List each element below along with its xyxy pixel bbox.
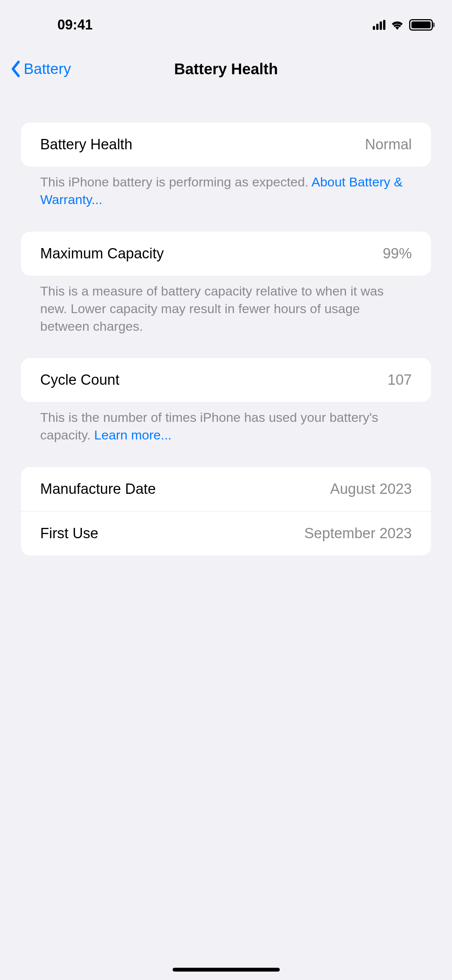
status-indicators (373, 19, 433, 31)
group-cycle-count: Cycle Count 107 This is the number of ti… (21, 358, 431, 444)
nav-header: Battery Battery Health (0, 50, 452, 88)
manufacture-date-value: August 2023 (330, 481, 412, 497)
card-maximum-capacity: Maximum Capacity 99% (21, 232, 431, 276)
card-dates: Manufacture Date August 2023 First Use S… (21, 467, 431, 555)
first-use-value: September 2023 (304, 525, 412, 542)
cycle-count-footer-text: This is the number of times iPhone has u… (40, 410, 378, 442)
back-button[interactable]: Battery (11, 60, 71, 77)
chevron-left-icon (11, 60, 21, 77)
battery-health-footer-text: This iPhone battery is performing as exp… (40, 175, 312, 189)
battery-icon (409, 19, 433, 31)
footer-cycle-count: This is the number of times iPhone has u… (21, 402, 431, 444)
maximum-capacity-value: 99% (383, 245, 412, 262)
content: Battery Health Normal This iPhone batter… (0, 88, 452, 555)
manufacture-date-label: Manufacture Date (40, 481, 156, 497)
wifi-icon (391, 20, 404, 30)
row-battery-health[interactable]: Battery Health Normal (21, 122, 431, 167)
row-cycle-count[interactable]: Cycle Count 107 (21, 358, 431, 402)
group-maximum-capacity: Maximum Capacity 99% This is a measure o… (21, 232, 431, 335)
row-manufacture-date[interactable]: Manufacture Date August 2023 (21, 467, 431, 511)
status-time: 09:41 (57, 17, 93, 33)
footer-maximum-capacity: This is a measure of battery capacity re… (21, 276, 431, 335)
group-dates: Manufacture Date August 2023 First Use S… (21, 467, 431, 555)
maximum-capacity-footer-text: This is a measure of battery capacity re… (40, 284, 384, 333)
page-title: Battery Health (174, 60, 278, 78)
row-first-use[interactable]: First Use September 2023 (21, 511, 431, 555)
status-bar: 09:41 (0, 0, 452, 50)
maximum-capacity-label: Maximum Capacity (40, 245, 164, 262)
first-use-label: First Use (40, 525, 98, 542)
cycle-count-value: 107 (388, 372, 412, 388)
row-maximum-capacity[interactable]: Maximum Capacity 99% (21, 232, 431, 276)
cycle-count-label: Cycle Count (40, 372, 119, 388)
card-battery-health: Battery Health Normal (21, 122, 431, 167)
group-battery-health: Battery Health Normal This iPhone batter… (21, 122, 431, 209)
battery-health-value: Normal (365, 136, 412, 153)
card-cycle-count: Cycle Count 107 (21, 358, 431, 402)
home-indicator (173, 968, 280, 972)
learn-more-link[interactable]: Learn more... (94, 428, 171, 442)
back-label: Battery (24, 60, 71, 77)
cellular-icon (373, 20, 385, 30)
battery-health-label: Battery Health (40, 136, 132, 153)
footer-battery-health: This iPhone battery is performing as exp… (21, 167, 431, 209)
